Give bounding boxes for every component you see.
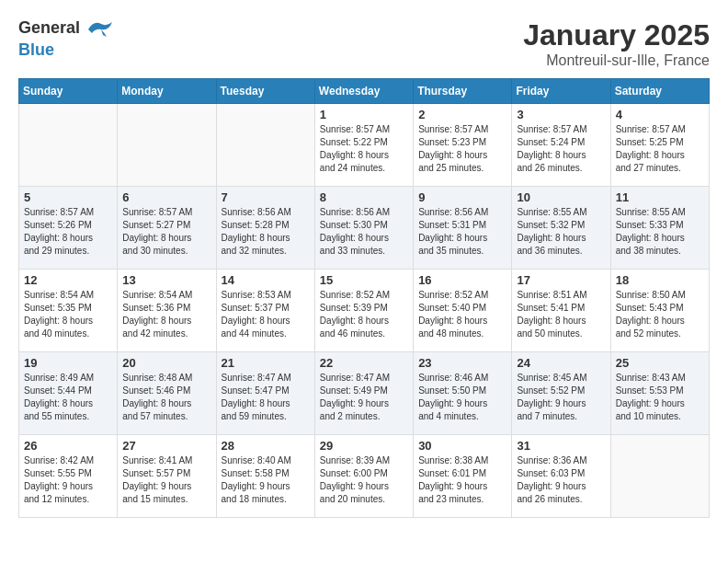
day-number: 10: [517, 190, 605, 204]
day-info: Sunrise: 8:54 AM Sunset: 5:35 PM Dayligh…: [24, 289, 112, 340]
day-info: Sunrise: 8:56 AM Sunset: 5:30 PM Dayligh…: [320, 206, 408, 258]
calendar-week-row: 5Sunrise: 8:57 AM Sunset: 5:26 PM Daylig…: [19, 187, 710, 270]
day-number: 9: [418, 190, 506, 204]
calendar-day-cell: 7Sunrise: 8:56 AM Sunset: 5:28 PM Daylig…: [216, 187, 314, 270]
logo-general: General: [18, 18, 80, 37]
day-info: Sunrise: 8:43 AM Sunset: 5:53 PM Dayligh…: [616, 372, 704, 423]
logo-bird-icon: [86, 18, 114, 40]
calendar-day-cell: 19Sunrise: 8:49 AM Sunset: 5:44 PM Dayli…: [19, 352, 118, 435]
calendar-day-cell: 5Sunrise: 8:57 AM Sunset: 5:26 PM Daylig…: [19, 187, 118, 270]
calendar-day-cell: 21Sunrise: 8:47 AM Sunset: 5:47 PM Dayli…: [216, 352, 314, 435]
day-number: 26: [24, 439, 112, 453]
page-header: General Blue January 2025 Montreuil-sur-…: [18, 18, 710, 69]
calendar-day-cell: [19, 104, 118, 187]
calendar-day-cell: 26Sunrise: 8:42 AM Sunset: 5:55 PM Dayli…: [19, 435, 118, 518]
calendar-day-cell: 2Sunrise: 8:57 AM Sunset: 5:23 PM Daylig…: [414, 104, 512, 187]
day-info: Sunrise: 8:57 AM Sunset: 5:23 PM Dayligh…: [418, 123, 506, 175]
header-friday: Friday: [512, 79, 610, 104]
day-number: 23: [418, 356, 506, 370]
day-number: 21: [222, 356, 310, 370]
day-info: Sunrise: 8:36 AM Sunset: 6:03 PM Dayligh…: [517, 454, 605, 506]
calendar-day-cell: 1Sunrise: 8:57 AM Sunset: 5:22 PM Daylig…: [314, 104, 413, 187]
day-info: Sunrise: 8:47 AM Sunset: 5:49 PM Dayligh…: [320, 372, 408, 423]
month-year-title: January 2025: [523, 18, 710, 52]
day-number: 4: [616, 108, 704, 121]
day-number: 13: [122, 273, 210, 287]
day-number: 3: [517, 108, 605, 121]
calendar-day-cell: 23Sunrise: 8:46 AM Sunset: 5:50 PM Dayli…: [414, 352, 512, 435]
day-number: 24: [517, 356, 605, 370]
day-number: 2: [418, 108, 506, 121]
logo: General Blue: [18, 18, 116, 60]
location-subtitle: Montreuil-sur-Ille, France: [523, 52, 710, 69]
day-number: 6: [122, 190, 210, 204]
calendar-day-cell: 24Sunrise: 8:45 AM Sunset: 5:52 PM Dayli…: [512, 352, 610, 435]
header-sunday: Sunday: [19, 79, 118, 104]
day-number: 29: [320, 439, 408, 453]
day-info: Sunrise: 8:50 AM Sunset: 5:43 PM Dayligh…: [616, 289, 704, 340]
header-saturday: Saturday: [610, 79, 709, 104]
day-info: Sunrise: 8:55 AM Sunset: 5:32 PM Dayligh…: [517, 206, 605, 258]
calendar-day-cell: 14Sunrise: 8:53 AM Sunset: 5:37 PM Dayli…: [216, 270, 314, 352]
day-number: 28: [222, 439, 310, 453]
day-number: 17: [517, 273, 605, 287]
header-wednesday: Wednesday: [314, 79, 413, 104]
day-info: Sunrise: 8:52 AM Sunset: 5:40 PM Dayligh…: [418, 289, 506, 340]
day-info: Sunrise: 8:42 AM Sunset: 5:55 PM Dayligh…: [24, 454, 112, 506]
calendar-table: SundayMondayTuesdayWednesdayThursdayFrid…: [18, 78, 710, 518]
logo-text: General Blue: [18, 18, 116, 60]
calendar-day-cell: 17Sunrise: 8:51 AM Sunset: 5:41 PM Dayli…: [512, 270, 610, 352]
day-number: 7: [222, 190, 310, 204]
calendar-day-cell: 20Sunrise: 8:48 AM Sunset: 5:46 PM Dayli…: [118, 352, 216, 435]
calendar-day-cell: 28Sunrise: 8:40 AM Sunset: 5:58 PM Dayli…: [216, 435, 314, 518]
day-number: 16: [418, 273, 506, 287]
day-info: Sunrise: 8:57 AM Sunset: 5:22 PM Dayligh…: [320, 123, 408, 175]
day-number: 18: [616, 273, 704, 287]
title-block: January 2025 Montreuil-sur-Ille, France: [523, 18, 710, 69]
day-info: Sunrise: 8:57 AM Sunset: 5:25 PM Dayligh…: [616, 123, 704, 175]
calendar-day-cell: 25Sunrise: 8:43 AM Sunset: 5:53 PM Dayli…: [610, 352, 709, 435]
calendar-header-row: SundayMondayTuesdayWednesdayThursdayFrid…: [19, 79, 710, 104]
calendar-day-cell: 10Sunrise: 8:55 AM Sunset: 5:32 PM Dayli…: [512, 187, 610, 270]
day-info: Sunrise: 8:57 AM Sunset: 5:24 PM Dayligh…: [517, 123, 605, 175]
calendar-day-cell: 3Sunrise: 8:57 AM Sunset: 5:24 PM Daylig…: [512, 104, 610, 187]
calendar-day-cell: 4Sunrise: 8:57 AM Sunset: 5:25 PM Daylig…: [610, 104, 709, 187]
calendar-week-row: 19Sunrise: 8:49 AM Sunset: 5:44 PM Dayli…: [19, 352, 710, 435]
calendar-day-cell: 9Sunrise: 8:56 AM Sunset: 5:31 PM Daylig…: [414, 187, 512, 270]
calendar-day-cell: 11Sunrise: 8:55 AM Sunset: 5:33 PM Dayli…: [610, 187, 709, 270]
calendar-day-cell: [118, 104, 216, 187]
day-number: 27: [122, 439, 210, 453]
logo-blue: Blue: [18, 40, 54, 59]
day-info: Sunrise: 8:52 AM Sunset: 5:39 PM Dayligh…: [320, 289, 408, 340]
day-info: Sunrise: 8:54 AM Sunset: 5:36 PM Dayligh…: [122, 289, 210, 340]
calendar-week-row: 1Sunrise: 8:57 AM Sunset: 5:22 PM Daylig…: [19, 104, 710, 187]
day-info: Sunrise: 8:56 AM Sunset: 5:31 PM Dayligh…: [418, 206, 506, 258]
header-monday: Monday: [118, 79, 216, 104]
day-number: 20: [122, 356, 210, 370]
day-info: Sunrise: 8:41 AM Sunset: 5:57 PM Dayligh…: [122, 454, 210, 506]
day-number: 14: [222, 273, 310, 287]
day-number: 15: [320, 273, 408, 287]
calendar-day-cell: 12Sunrise: 8:54 AM Sunset: 5:35 PM Dayli…: [19, 270, 118, 352]
calendar-day-cell: 18Sunrise: 8:50 AM Sunset: 5:43 PM Dayli…: [610, 270, 709, 352]
day-number: 11: [616, 190, 704, 204]
day-number: 25: [616, 356, 704, 370]
day-info: Sunrise: 8:55 AM Sunset: 5:33 PM Dayligh…: [616, 206, 704, 258]
day-number: 31: [517, 439, 605, 453]
calendar-day-cell: 8Sunrise: 8:56 AM Sunset: 5:30 PM Daylig…: [314, 187, 413, 270]
calendar-day-cell: 31Sunrise: 8:36 AM Sunset: 6:03 PM Dayli…: [512, 435, 610, 518]
day-info: Sunrise: 8:40 AM Sunset: 5:58 PM Dayligh…: [222, 454, 310, 506]
calendar-day-cell: 29Sunrise: 8:39 AM Sunset: 6:00 PM Dayli…: [314, 435, 413, 518]
day-info: Sunrise: 8:57 AM Sunset: 5:27 PM Dayligh…: [122, 206, 210, 258]
calendar-day-cell: 22Sunrise: 8:47 AM Sunset: 5:49 PM Dayli…: [314, 352, 413, 435]
day-info: Sunrise: 8:45 AM Sunset: 5:52 PM Dayligh…: [517, 372, 605, 423]
calendar-day-cell: 15Sunrise: 8:52 AM Sunset: 5:39 PM Dayli…: [314, 270, 413, 352]
day-number: 1: [320, 108, 408, 121]
header-thursday: Thursday: [414, 79, 512, 104]
day-info: Sunrise: 8:46 AM Sunset: 5:50 PM Dayligh…: [418, 372, 506, 423]
day-info: Sunrise: 8:53 AM Sunset: 5:37 PM Dayligh…: [222, 289, 310, 340]
day-number: 30: [418, 439, 506, 453]
calendar-day-cell: [216, 104, 314, 187]
day-info: Sunrise: 8:48 AM Sunset: 5:46 PM Dayligh…: [122, 372, 210, 423]
calendar-day-cell: [610, 435, 709, 518]
